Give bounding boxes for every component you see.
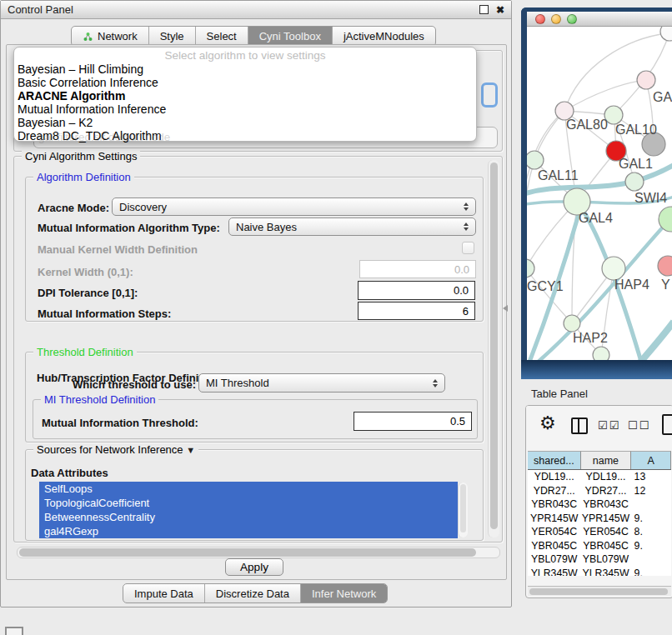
which-threshold-combo[interactable]: MI Threshold <box>198 373 445 392</box>
network-node[interactable] <box>527 151 544 169</box>
mi-steps-field[interactable]: 6 <box>358 302 475 320</box>
table-cell: YLR345W <box>580 567 630 577</box>
tab-discretize-data[interactable]: Discretize Data <box>205 584 301 602</box>
table-cell: YBR045C <box>580 539 630 553</box>
column-header-name[interactable]: name <box>581 451 632 469</box>
table-cell: YPR145W <box>528 512 580 526</box>
which-threshold-value: MI Threshold <box>206 377 269 389</box>
network-canvas[interactable]: GALGAL80GAL10GAL1GAL11SWI4GAL4GCY1HAP4YH… <box>527 27 672 360</box>
node-label: SWI4 <box>634 191 667 205</box>
close-traffic-light-icon[interactable] <box>535 14 545 24</box>
tab-infer-network[interactable]: Infer Network <box>301 584 387 602</box>
table-row[interactable]: YBR043CYBR043C <box>528 498 671 512</box>
tab-network[interactable]: Network <box>72 27 149 46</box>
sources-title[interactable]: Sources for Network Inference ▼ <box>33 443 198 456</box>
apply-button[interactable]: Apply <box>225 558 283 576</box>
network-node[interactable] <box>602 257 625 280</box>
table-panel-title: Table Panel <box>531 388 588 400</box>
network-icon <box>83 32 93 42</box>
algorithm-definition-groupbox: Algorithm Definition Aracne Mode: Discov… <box>25 177 484 322</box>
network-node[interactable] <box>593 347 609 360</box>
dpi-tolerance-field[interactable]: 0.0 <box>358 281 475 300</box>
algorithm-option[interactable]: ARACNE Algorithm <box>14 89 476 102</box>
table-row[interactable]: YER054CYER054C8. <box>528 525 671 539</box>
column-header-shared[interactable]: shared... <box>528 451 581 469</box>
threshold-definition-groupbox: Threshold Definition Which threshold to … <box>25 352 484 442</box>
attribute-item[interactable]: BetweennessCentrality <box>39 510 458 524</box>
table-row[interactable]: YBR045CYBR045C9. <box>528 539 671 553</box>
mi-threshold-field[interactable]: 0.5 <box>354 412 472 431</box>
table-header-row: shared...nameA <box>528 451 671 470</box>
algorithm-option[interactable]: Basic Correlation Inference <box>14 76 476 89</box>
tab-style[interactable]: Style <box>149 27 196 46</box>
focused-combo-fragment[interactable] <box>481 82 498 108</box>
data-attributes-list: SelfLoopsTopologicalCoefficientBetweenne… <box>39 482 458 538</box>
table-cell: 9. <box>631 539 671 553</box>
mi-steps-value: 6 <box>463 305 469 318</box>
mi-threshold-label: Mutual Information Threshold: <box>42 417 198 429</box>
gear-icon[interactable]: ⚙ <box>539 414 556 432</box>
tab-label: Select <box>207 30 237 42</box>
tab-select[interactable]: Select <box>196 27 248 46</box>
window-title: Control Panel <box>8 3 73 16</box>
network-edge[interactable] <box>527 268 572 323</box>
algorithm-placeholder: Select algorithm to view settings <box>14 49 476 62</box>
mi-type-combo[interactable]: Naive Bayes <box>228 218 476 236</box>
network-node[interactable] <box>625 172 644 191</box>
dock-panel-icon[interactable] <box>5 627 23 635</box>
float-window-icon[interactable] <box>479 5 489 14</box>
table-row[interactable]: YBL079WYBL079W <box>528 552 671 567</box>
manual-kernel-checkbox[interactable] <box>462 242 474 254</box>
table-cell: YDL19... <box>580 470 630 484</box>
network-node[interactable] <box>527 259 534 278</box>
network-node[interactable] <box>564 315 580 332</box>
column-header-A[interactable]: A <box>631 451 671 469</box>
manual-kernel-label: Manual Kernel Width Definition <box>38 243 198 256</box>
attributes-scrollbar[interactable] <box>458 482 468 538</box>
table-row[interactable]: YDL19...YDL19...13 <box>528 470 671 484</box>
minimize-traffic-light-icon[interactable] <box>551 14 561 24</box>
checked-columns-icon[interactable]: ☑☑ <box>598 419 620 432</box>
network-edge[interactable] <box>564 80 646 111</box>
attribute-item[interactable]: gal4RGexp <box>39 524 458 538</box>
attribute-item[interactable]: SelfLoops <box>39 482 458 496</box>
panel-divider-arrow-icon[interactable] <box>503 305 508 312</box>
network-node[interactable] <box>660 27 672 41</box>
network-window-titlebar[interactable] <box>527 12 672 27</box>
sources-groupbox: Sources for Network Inference ▼ Data Att… <box>25 449 484 541</box>
network-node[interactable] <box>658 256 672 276</box>
tab-impute-data[interactable]: Impute Data <box>123 584 205 602</box>
network-edge[interactable] <box>527 160 534 268</box>
node-label: GAL80 <box>566 118 608 132</box>
close-icon[interactable]: ✖ <box>496 5 504 15</box>
unchecked-columns-icon[interactable]: ☐☐ <box>628 419 650 432</box>
node-label: GAL <box>653 90 672 104</box>
tab-label: Impute Data <box>134 588 193 600</box>
settings-horizontal-scrollbar[interactable] <box>17 547 500 558</box>
node-label: GCY1 <box>527 279 564 293</box>
table-row[interactable]: YPR145WYPR145W9. <box>528 512 671 526</box>
threshold-definition-title: Threshold Definition <box>33 346 137 358</box>
tab-cyni-toolbox[interactable]: Cyni Toolbox <box>248 27 333 46</box>
table-toolbar: ⚙ ☑☑ ☐☐ <box>526 406 672 449</box>
split-view-icon[interactable] <box>571 418 588 434</box>
algorithm-option[interactable]: Mutual Information Inference <box>14 102 476 116</box>
kernel-width-field[interactable]: 0.0 <box>359 260 476 278</box>
table-row[interactable]: YLR345WYLR345W9. <box>528 567 671 577</box>
attribute-item[interactable]: TopologicalCoefficient <box>39 496 458 510</box>
aracne-mode-combo[interactable]: Discovery <box>112 198 476 216</box>
cyni-bottom-tabs: Impute DataDiscretize DataInfer Network <box>123 583 388 603</box>
algorithm-option[interactable]: Bayesian – K2 <box>14 116 476 129</box>
algorithm-option[interactable]: Bayesian – Hill Climbing <box>14 62 476 76</box>
node-table: shared...nameA YDL19...YDL19...13YDR27..… <box>528 451 671 576</box>
table-horizontal-scrollbar[interactable] <box>528 586 671 596</box>
table-row[interactable]: YDR27...YDR27...12 <box>528 484 671 498</box>
zoom-traffic-light-icon[interactable] <box>567 14 577 24</box>
settings-vertical-scrollbar[interactable] <box>488 160 499 538</box>
dpi-tolerance-label: DPI Tolerance [0,1]: <box>38 287 138 299</box>
network-node[interactable] <box>637 71 655 89</box>
tab-jactivemnodules[interactable]: jActiveMNodules <box>333 27 435 46</box>
document-icon[interactable] <box>662 414 672 435</box>
node-label: GAL4 <box>579 211 613 225</box>
node-label: HAP4 <box>614 278 649 292</box>
